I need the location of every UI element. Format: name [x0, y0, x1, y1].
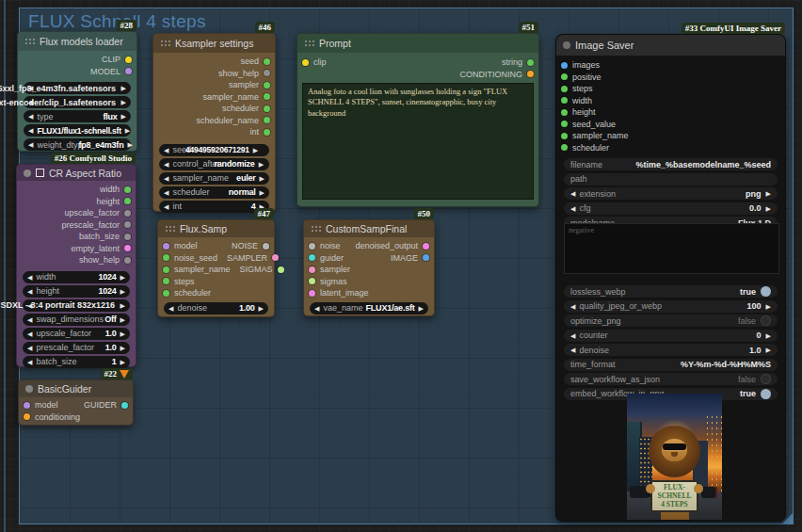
- port-row[interactable]: images: [556, 59, 785, 72]
- extension-combo[interactable]: ◀ extension png ▶: [564, 187, 778, 200]
- port-row[interactable]: noise_seed SAMPLER: [158, 252, 274, 265]
- lossless-webp-toggle[interactable]: lossless_webp true: [564, 285, 778, 298]
- optimize-png-toggle[interactable]: optimize_png false: [564, 314, 778, 327]
- width-stepper[interactable]: ◀ width 1024 ▶: [23, 271, 130, 283]
- prev-arrow-icon[interactable]: ◀: [570, 190, 575, 197]
- negative-textarea[interactable]: negative: [564, 223, 779, 274]
- prescale-factor-output-port[interactable]: [124, 221, 131, 228]
- prev-arrow-icon[interactable]: ◀: [27, 316, 32, 323]
- port-row[interactable]: sampler_name SIGMAS: [158, 264, 274, 276]
- port-row[interactable]: scheduler: [556, 142, 785, 154]
- noise-output-port[interactable]: [263, 243, 269, 250]
- next-arrow-icon[interactable]: ▶: [415, 305, 424, 312]
- node-header[interactable]: Ksampler settings: [153, 34, 275, 53]
- quality-jpeg-or-webp-stepper[interactable]: ◀ quality_jpeg_or_webp 100 ▶: [564, 300, 778, 313]
- output-port-row[interactable]: int: [153, 126, 275, 138]
- prev-arrow-icon[interactable]: ◀: [27, 359, 32, 365]
- output-port-row[interactable]: scheduler_name: [153, 115, 275, 127]
- next-arrow-icon[interactable]: ▶: [766, 332, 771, 339]
- unet-model-combo[interactable]: ◀ FLUX1/flux1-schnell.sft ▶: [24, 124, 131, 137]
- node-graph-canvas[interactable]: FLUX Schnell 4 steps #28 Flux models loa…: [0, 0, 802, 532]
- next-arrow-icon[interactable]: ▶: [766, 205, 771, 212]
- show-help-output-port[interactable]: [264, 70, 270, 76]
- output-port-row[interactable]: sampler_name: [153, 91, 275, 104]
- prompt-textarea[interactable]: Analog foto a cool lion with sunglasses …: [302, 83, 534, 200]
- output-port-row[interactable]: seed: [153, 56, 275, 68]
- output-port-row[interactable]: CLIP: [18, 54, 136, 66]
- port-row[interactable]: steps: [158, 276, 274, 288]
- seed-stepper[interactable]: ◀ seed 449495920671291 ▶: [159, 144, 269, 156]
- port-row[interactable]: model NOISE: [158, 240, 274, 252]
- next-arrow-icon[interactable]: ▶: [118, 99, 126, 105]
- aspect-ratio-combo[interactable]: ◀ SDXL - 3:4 portrait 832x1216 ▶: [23, 299, 130, 312]
- node-prompt[interactable]: #51 Prompt clip string CONDITIONING Anal…: [297, 33, 539, 207]
- next-arrow-icon[interactable]: ▶: [766, 347, 771, 353]
- output-port-row[interactable]: upscale_factor: [17, 207, 136, 219]
- sampler-input-port[interactable]: [309, 266, 315, 273]
- weight-dtype-combo[interactable]: ◀ weight_dtyp fp8_e4m3fn ▶: [24, 138, 131, 151]
- node-flux-models-loader[interactable]: #28 Flux models loader CLIP MODEL ◀ den/…: [17, 31, 137, 152]
- collapse-dot-icon[interactable]: [563, 41, 570, 49]
- vae-name-combo[interactable]: ◀ vae_name FLUX1/ae.sft ▶: [310, 302, 428, 314]
- clip-output-port[interactable]: [125, 56, 132, 63]
- port-row[interactable]: clip string: [297, 56, 538, 69]
- int-stepper[interactable]: ◀ int 4 ▶: [159, 201, 269, 213]
- sigmas-output-port[interactable]: [278, 266, 284, 273]
- scheduler-name-output-port[interactable]: [264, 117, 270, 123]
- scheduler-input-port[interactable]: [561, 144, 568, 151]
- swap-dimensions-combo[interactable]: ◀ swap_dimensions Off ▶: [23, 314, 130, 326]
- next-arrow-icon[interactable]: ▶: [256, 189, 265, 196]
- scheduler-output-port[interactable]: [264, 105, 270, 112]
- prev-arrow-icon[interactable]: ◀: [28, 127, 33, 134]
- node-header[interactable]: CR Aspect Ratio: [17, 165, 136, 181]
- sampler-name-output-port[interactable]: [264, 93, 270, 100]
- output-port-row[interactable]: MODEL: [18, 66, 136, 78]
- node-cr-aspect-ratio[interactable]: #26 Comfyroll Studio CR Aspect Ratio wid…: [16, 164, 136, 367]
- next-arrow-icon[interactable]: ▶: [117, 302, 125, 309]
- port-row[interactable]: width: [556, 95, 785, 107]
- scheduler-combo[interactable]: ◀ scheduler normal ▶: [159, 186, 269, 199]
- next-arrow-icon[interactable]: ▶: [118, 113, 126, 120]
- output-port-row[interactable]: batch_size: [17, 231, 136, 243]
- port-row[interactable]: height: [556, 106, 785, 119]
- next-arrow-icon[interactable]: ▶: [766, 190, 771, 197]
- int-output-port[interactable]: [264, 129, 270, 136]
- conditioning-output-port[interactable]: [527, 71, 534, 77]
- prev-arrow-icon[interactable]: ◀: [164, 203, 168, 210]
- next-arrow-icon[interactable]: ▶: [255, 305, 264, 312]
- output-port-row[interactable]: height: [17, 196, 136, 208]
- images-input-port[interactable]: [561, 62, 568, 69]
- toggle-knob[interactable]: [761, 389, 771, 399]
- next-arrow-icon[interactable]: ▶: [117, 316, 125, 323]
- denoise-stepper[interactable]: ◀ denoise 1.0 ▶: [564, 344, 778, 356]
- port-row[interactable]: model GUIDER: [19, 399, 133, 411]
- noise-input-port[interactable]: [309, 243, 315, 250]
- batch-size-output-port[interactable]: [124, 234, 131, 240]
- sampler-name-combo[interactable]: ◀ sampler_name euler ▶: [159, 172, 269, 185]
- steps-input-port[interactable]: [163, 278, 169, 284]
- prev-arrow-icon[interactable]: ◀: [570, 205, 575, 212]
- sampler-output-port[interactable]: [264, 82, 270, 89]
- prev-arrow-icon[interactable]: ◀: [164, 189, 168, 196]
- guider-output-port[interactable]: [121, 402, 128, 409]
- output-port-row[interactable]: sampler: [153, 79, 275, 91]
- conditioning-input-port[interactable]: [24, 413, 30, 420]
- width-input-port[interactable]: [561, 97, 568, 104]
- cfg-stepper[interactable]: ◀ cfg 0.0 ▶: [564, 202, 778, 215]
- next-arrow-icon[interactable]: ▶: [255, 161, 264, 168]
- prev-arrow-icon[interactable]: ◀: [314, 305, 319, 312]
- clip-model-combo[interactable]: ◀ -v3-text-encoder/clip_l.safetensors ▶: [24, 96, 131, 108]
- port-row[interactable]: sampler: [304, 264, 434, 276]
- output-port-row[interactable]: show_help: [17, 254, 136, 266]
- filename-field[interactable]: filename %time_%basemodelname_%seed: [564, 158, 778, 170]
- port-row[interactable]: conditioning: [19, 411, 133, 424]
- next-arrow-icon[interactable]: ▶: [117, 274, 125, 281]
- next-arrow-icon[interactable]: ▶: [123, 141, 132, 148]
- port-row[interactable]: CONDITIONING: [297, 69, 538, 81]
- port-row[interactable]: latent_image: [304, 287, 434, 299]
- collapse-dot-icon[interactable]: [25, 385, 33, 393]
- node-header[interactable]: Flux.Samp: [158, 220, 274, 237]
- port-row[interactable]: sigmas: [304, 276, 434, 288]
- port-row[interactable]: noise denoised_output: [304, 240, 434, 252]
- output-port-row[interactable]: prescale_factor: [17, 219, 136, 232]
